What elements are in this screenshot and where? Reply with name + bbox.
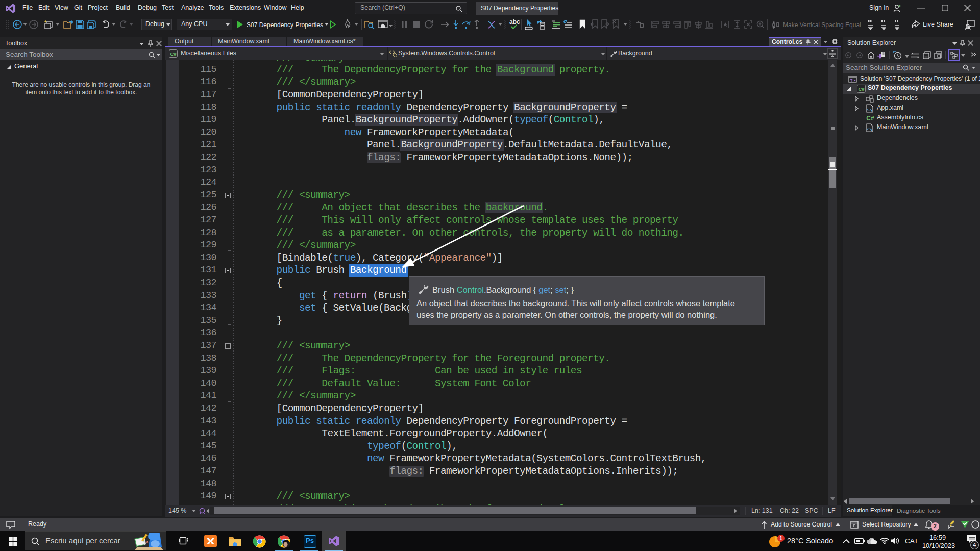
svg-text:1: 1 — [779, 536, 782, 541]
svg-text:C#: C# — [858, 86, 865, 92]
svg-text:C#: C# — [170, 51, 177, 57]
svg-text:C#: C# — [866, 115, 874, 122]
